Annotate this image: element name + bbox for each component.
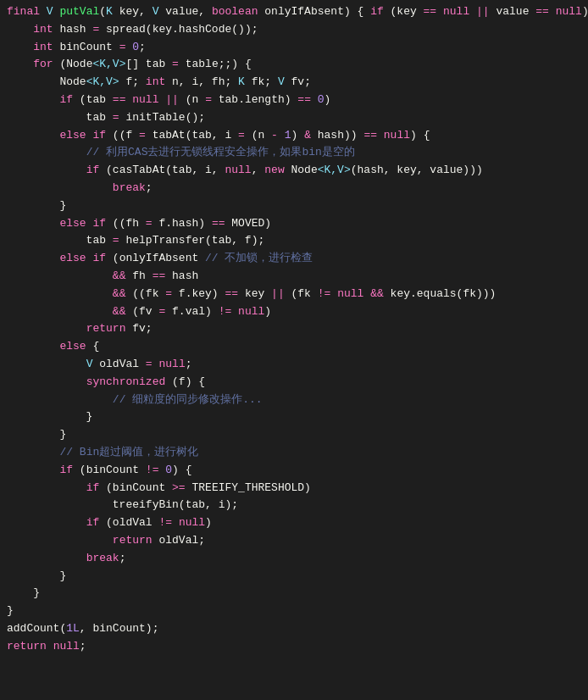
token: tab <box>7 111 113 124</box>
token: oldVal; <box>153 534 205 547</box>
token: == <box>535 5 549 18</box>
token: != <box>219 305 232 318</box>
token: key, <box>113 5 153 18</box>
token: == <box>297 93 311 106</box>
token <box>7 516 86 529</box>
token: 1 <box>285 129 291 142</box>
code-line: } <box>0 408 588 426</box>
token: ((fk <box>125 287 165 300</box>
token: ) <box>291 129 305 142</box>
token: ; <box>186 358 192 370</box>
token: hash <box>165 269 198 282</box>
token <box>7 146 86 158</box>
token: oldVal <box>92 358 145 370</box>
token <box>7 269 113 282</box>
code-line: && fh == hash <box>0 268 588 286</box>
token: <K,V> <box>86 75 119 88</box>
token <box>7 552 86 564</box>
token: value, <box>158 5 211 18</box>
token <box>7 340 59 353</box>
code-line: // 细粒度的同步修改操作... <box>0 392 588 409</box>
token <box>7 481 86 494</box>
token: = <box>146 217 153 230</box>
token: <K,V> <box>318 164 351 176</box>
token: } <box>7 569 66 582</box>
token <box>231 305 238 318</box>
code-line: && (fv = f.val) != null) <box>0 303 588 321</box>
token: ) <box>205 516 212 529</box>
token: || <box>165 93 179 106</box>
token: (binCount <box>99 481 172 494</box>
token: <K,V> <box>92 58 125 70</box>
token: fh <box>125 269 152 282</box>
token: int <box>33 23 53 36</box>
token: != <box>318 287 331 300</box>
token <box>436 5 443 18</box>
code-line: // 利用CAS去进行无锁线程安全操作，如果bin是空的 <box>0 144 588 162</box>
code-line: int hash = spread(key.hashCode()); <box>0 21 588 39</box>
code-line: for (Node<K,V>[] tab = table;;) { <box>0 56 588 74</box>
code-line: } <box>0 568 588 586</box>
token: binCount <box>53 41 119 53</box>
token <box>47 640 53 653</box>
token: n, i, fh; <box>165 75 238 88</box>
token: ; <box>146 181 153 194</box>
token: ((f <box>106 129 139 142</box>
token: if <box>59 464 73 476</box>
token <box>7 534 113 547</box>
token: else if <box>59 129 106 142</box>
code-line: return null; <box>0 638 588 656</box>
token: treeifyBin(tab, i); <box>7 498 238 511</box>
code-line: tab = initTable(); <box>0 109 588 127</box>
token: == <box>153 269 166 282</box>
code-line: } <box>0 585 588 603</box>
token: null <box>443 5 469 18</box>
token: K <box>238 75 245 88</box>
token: null <box>225 164 251 176</box>
token: = <box>238 129 245 142</box>
token: int <box>146 75 165 88</box>
code-line: V oldVal = null; <box>0 356 588 374</box>
token: ) <box>325 93 331 106</box>
token: V <box>278 75 285 88</box>
token <box>7 93 59 106</box>
code-line: return oldVal; <box>0 532 588 550</box>
token: fk; <box>245 75 278 88</box>
token: 0 <box>318 93 325 106</box>
token: return <box>7 640 47 653</box>
token: == <box>424 5 437 18</box>
token: value <box>490 5 536 18</box>
token <box>7 287 113 300</box>
token: (tab <box>73 93 113 106</box>
token: synchronized <box>86 375 166 388</box>
token <box>172 516 179 529</box>
token: ((fh <box>106 217 146 230</box>
token: table;;) { <box>179 58 252 70</box>
token: = <box>165 287 172 300</box>
token: & <box>304 129 311 142</box>
token: (key <box>384 5 424 18</box>
token: f.key) <box>172 287 225 300</box>
token <box>7 322 86 335</box>
token: boolean <box>212 5 258 18</box>
token: fv; <box>285 75 311 88</box>
token: ; <box>119 552 126 564</box>
token: spread(key.hashCode()); <box>99 23 258 36</box>
token: null <box>132 93 158 106</box>
token: 0 <box>132 41 139 53</box>
code-line: if (binCount != 0) { <box>0 462 588 480</box>
code-line: if (oldVal != null) <box>0 514 588 532</box>
code-line: addCount(1L, binCount); <box>0 620 588 638</box>
token <box>7 358 86 370</box>
code-line: if (casTabAt(tab, i, null, new Node<K,V>… <box>0 162 588 180</box>
token: if <box>86 481 100 494</box>
token: == <box>225 287 238 300</box>
code-line: final V putVal(K key, V value, boolean o… <box>0 3 588 21</box>
token <box>7 446 59 458</box>
code-line: } <box>0 197 588 215</box>
token: int <box>33 41 53 53</box>
token: // 不加锁，进行检查 <box>205 252 313 264</box>
token: for <box>33 58 53 70</box>
token: == <box>212 217 225 230</box>
token: == <box>363 129 377 142</box>
